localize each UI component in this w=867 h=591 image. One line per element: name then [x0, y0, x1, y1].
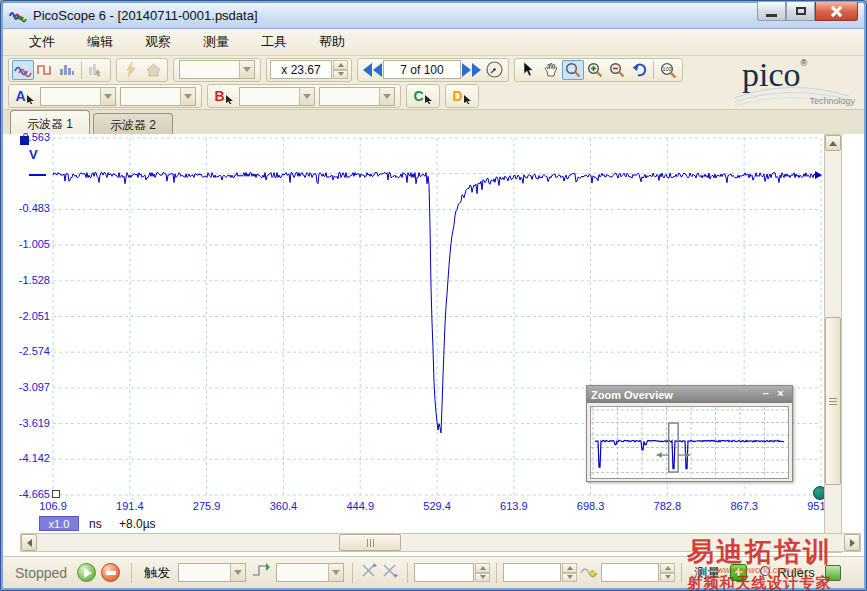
pan-tool-button[interactable]: [540, 60, 562, 80]
add-measurement-button[interactable]: +: [730, 564, 747, 581]
select-tool-button[interactable]: [518, 60, 540, 80]
horizontal-scroll-thumb[interactable]: [339, 534, 401, 551]
channel-a-coupling-dropdown[interactable]: [120, 87, 196, 106]
menu-item-工具[interactable]: 工具: [249, 29, 299, 55]
zoom-overview-close-button[interactable]: ×: [773, 388, 788, 401]
trigger-mode-dropdown[interactable]: [178, 563, 246, 582]
app-icon: [9, 8, 27, 24]
scope-view-button[interactable]: [12, 60, 34, 80]
channel-a-label: A: [15, 88, 25, 104]
scroll-left-button[interactable]: [21, 534, 37, 551]
rulers-label: Rulers: [777, 565, 815, 580]
hand-icon: [544, 62, 558, 77]
channel-b-coupling-dropdown[interactable]: [319, 87, 395, 106]
y-tick-label: -4.665: [3, 488, 50, 500]
title-bar[interactable]: PicoScope 6 - [20140711-0001.psdata]: [3, 3, 864, 29]
axis-scale-handle-bottom[interactable]: [52, 490, 60, 498]
capture-status: Stopped: [15, 565, 67, 581]
stop-capture-button[interactable]: [101, 563, 120, 582]
chevron-down-icon: [243, 67, 251, 72]
rulers-icon: [759, 565, 774, 580]
channel-b-range-dropdown[interactable]: [239, 87, 315, 106]
scroll-up-button[interactable]: [825, 135, 841, 151]
close-icon: [830, 5, 843, 18]
zoom-overview-panel[interactable]: Zoom Overview – ×: [586, 385, 793, 482]
trigger-marker-icon: [580, 564, 598, 582]
channel-a-button[interactable]: A: [12, 86, 38, 106]
histogram-icon: [59, 63, 75, 76]
stop-icon: [106, 571, 116, 575]
menu-item-观察[interactable]: 观察: [133, 29, 183, 55]
zoom-in-button[interactable]: [584, 60, 606, 80]
restore-button[interactable]: [786, 2, 815, 21]
posttrigger-spinbox[interactable]: [601, 563, 675, 582]
home-icon: [146, 63, 161, 77]
zoom-factor-field[interactable]: x 23.67: [270, 60, 332, 79]
buffer-navigator-button[interactable]: [483, 60, 505, 80]
channel-d-pointer-icon: [464, 95, 472, 104]
x-axis-offset: +8.0µs: [119, 517, 156, 531]
zoom-factor-spinner[interactable]: [333, 60, 348, 79]
falling-edge-icon[interactable]: [382, 563, 399, 582]
pretrigger-spinbox[interactable]: [503, 563, 577, 582]
x-tick-label: 106.9: [30, 500, 76, 512]
y-tick-label: -2.574: [3, 345, 50, 357]
arrow-right-icon: [850, 539, 855, 547]
x-axis-unit: ns: [89, 517, 102, 531]
spectrum-view-button[interactable]: [56, 60, 78, 80]
channel-a-zero-marker[interactable]: [29, 174, 46, 176]
x-tick-label: 529.4: [414, 500, 460, 512]
zoom-full-button[interactable]: 100: [657, 60, 679, 80]
previous-buffer-button[interactable]: [361, 60, 383, 80]
vertical-scroll-thumb[interactable]: [825, 317, 841, 485]
tab-scope-2[interactable]: 示波器 2: [93, 113, 173, 134]
channel-d-button[interactable]: D: [449, 86, 475, 106]
channel-c-button[interactable]: C: [410, 86, 436, 106]
start-capture-button[interactable]: [77, 563, 96, 582]
channel-a-range-dropdown[interactable]: [40, 87, 116, 106]
buffer-position-field[interactable]: 7 of 100: [383, 60, 461, 79]
trigger-level-spinbox[interactable]: [414, 563, 490, 582]
layout-hand-icon: [88, 63, 104, 77]
x-tick-label: 613.9: [491, 500, 537, 512]
zoom-out-button[interactable]: [606, 60, 628, 80]
signal-generator-icon[interactable]: [825, 565, 841, 581]
restore-icon: [796, 7, 806, 15]
scope-plot-area[interactable]: V 0.563-0.483-1.005-1.528-2.051-2.574-3.…: [3, 134, 864, 556]
menu-item-帮助[interactable]: 帮助: [307, 29, 357, 55]
next-buffer-button[interactable]: [461, 60, 483, 80]
zoom-overview-title: Zoom Overview: [591, 389, 673, 401]
resolution-dropdown[interactable]: [179, 60, 255, 79]
menu-bar: 文件编辑观察测量工具帮助: [3, 29, 864, 56]
horizontal-scrollbar[interactable]: [20, 533, 861, 552]
zoom-overview-body[interactable]: [590, 406, 789, 479]
undo-zoom-button[interactable]: [628, 60, 650, 80]
minimize-button[interactable]: [757, 2, 786, 21]
menu-item-测量[interactable]: 测量: [191, 29, 241, 55]
persistence-view-button[interactable]: [34, 60, 56, 80]
menu-item-编辑[interactable]: 编辑: [75, 29, 125, 55]
menu-item-文件[interactable]: 文件: [17, 29, 67, 55]
play-icon: [84, 568, 92, 578]
rising-edge-icon[interactable]: [361, 563, 378, 582]
auto-setup-button[interactable]: [120, 60, 142, 80]
trigger-source-dropdown[interactable]: [276, 563, 344, 582]
custom-layout-button[interactable]: [85, 60, 107, 80]
scroll-right-button[interactable]: [844, 534, 860, 551]
rulers-button[interactable]: Rulers: [759, 565, 815, 580]
zoom-out-icon: [609, 62, 625, 78]
fast-forward-icon: [462, 63, 482, 77]
vertical-scrollbar[interactable]: [824, 134, 842, 553]
zoom-overview-titlebar[interactable]: Zoom Overview – ×: [587, 386, 792, 403]
channel-b-button[interactable]: B: [211, 86, 237, 106]
zoom-tool-button[interactable]: [562, 60, 584, 80]
y-axis-unit: V: [29, 147, 38, 162]
trigger-edge-icon: [252, 563, 270, 582]
zoom-overview-minimize-button[interactable]: –: [758, 388, 773, 401]
y-tick-label: -4.142: [3, 452, 50, 464]
y-tick-label: -0.483: [3, 202, 50, 214]
home-button[interactable]: [142, 60, 164, 80]
grip-icon: [829, 398, 837, 405]
close-button[interactable]: [815, 2, 858, 21]
trigger-label: 触发: [144, 564, 170, 582]
